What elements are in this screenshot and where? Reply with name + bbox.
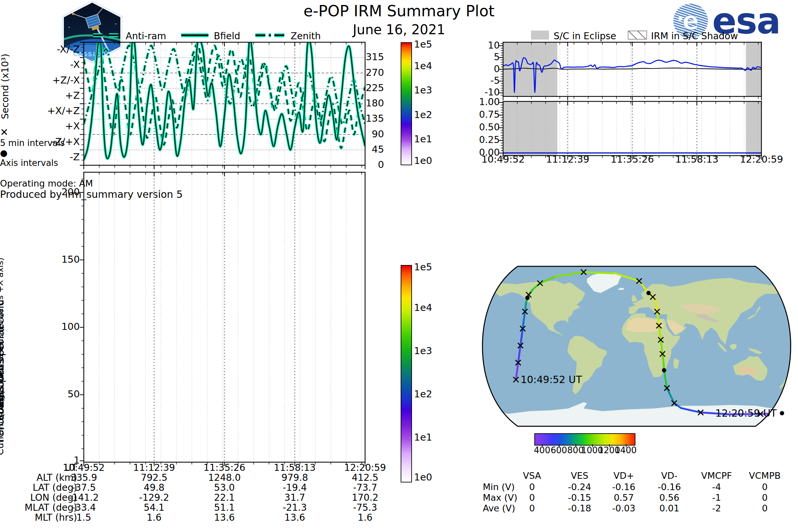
ephemeris-cell: 1.6 [147, 512, 162, 523]
voltage-cell: -0.24 [568, 482, 591, 492]
sc-axis-plot [84, 42, 365, 165]
voltage-cell: 0 [762, 503, 767, 513]
page-title: e-POP IRM Summary Plot [233, 2, 565, 20]
voltage-cell: 0 [529, 503, 535, 513]
ephemeris-cell: 1248.0 [208, 472, 241, 483]
sc-axis-category: -X/-Z [57, 43, 80, 55]
voltage-column-header: VSA [523, 471, 541, 481]
pixel-colorbar-tick: 1e3 [414, 85, 432, 96]
counts-ytick: 1.00 [479, 96, 500, 108]
ephemeris-cell: 979.8 [281, 472, 308, 483]
voltage-cell: 0.01 [659, 503, 679, 513]
angle-axis-tick: 135 [366, 113, 384, 125]
voltage-cell: 0.57 [614, 492, 634, 503]
ephemeris-cell: 1.5 [76, 512, 92, 523]
voltage-cell: -0.15 [568, 492, 591, 503]
tof-colorbar-tick: 1e0 [414, 472, 432, 483]
voltage-cell: -1 [712, 492, 721, 503]
ephemeris-cell: -33.4 [72, 502, 96, 513]
angle-axis-tick: 225 [366, 82, 384, 93]
ephemeris-cell: 10:49:52 [63, 462, 105, 473]
time-xtick: 10:49:52 [481, 154, 525, 165]
altitude-colorbar-label: Altitude (km) [0, 163, 399, 173]
voltage-cell: 0 [529, 482, 535, 492]
current-ytick: -5 [491, 75, 500, 86]
counts-ytick: 0.25 [479, 134, 500, 145]
voltage-cell: -0.03 [612, 503, 635, 513]
ephemeris-cell: 31.7 [284, 492, 305, 503]
anti-ram-legend-swatch [93, 33, 120, 38]
tof-colorbar-tick: 1e3 [414, 345, 432, 357]
legend-bfield: Bfield [214, 31, 241, 41]
voltage-cell: -0.18 [568, 503, 591, 513]
sc-axis-category: -Z [70, 151, 80, 163]
time-xtick: 11:35:26 [610, 154, 654, 165]
angle-axis-tick: 45 [372, 144, 384, 155]
time-xtick: 11:12:39 [546, 154, 589, 165]
angle-axis-tick: 0 [378, 159, 384, 170]
epop-irm-summary-plot: CASSIOPE e-POP IRM Summary Plot June 16,… [0, 0, 798, 532]
ephemeris-cell: -73.7 [353, 482, 377, 493]
ephemeris-cell: 51.1 [214, 502, 235, 513]
voltage-cell: -0.16 [658, 482, 681, 492]
voltage-column-header: VD- [661, 471, 677, 481]
tof-colorbar-tick: 1e5 [414, 261, 432, 273]
angle-axis-tick: 270 [366, 67, 384, 78]
ephemeris-row-label: MLT (hrs) [35, 512, 77, 523]
sc-axis-category: +X/+Z [47, 105, 80, 116]
hit-counter-plot [503, 101, 761, 156]
legend-zenith: Zenith [291, 31, 321, 41]
track-end-label: 12:20:59 UT [715, 407, 777, 419]
voltage-column-header: VCMPB [749, 471, 780, 481]
toa-ytick: 150 [61, 254, 80, 265]
voltage-cell: 0 [762, 482, 767, 492]
ephemeris-cell: 11:12:39 [133, 462, 175, 473]
ephemeris-cell: 49.8 [144, 482, 164, 493]
voltage-cell: 0 [529, 492, 535, 503]
zenith-legend-swatch [255, 33, 286, 38]
legend-anti-ram: Anti-ram [126, 31, 166, 41]
ephemeris-cell: 13.6 [284, 512, 305, 523]
sc-axis-category: +X [65, 121, 80, 132]
toa-ytick: 100 [61, 321, 80, 332]
angle-axis-tick: 315 [366, 52, 384, 63]
pixel-colorbar-tick: 1e2 [414, 109, 432, 120]
ephemeris-cell: 13.6 [214, 512, 235, 523]
pixel-colorbar [401, 42, 412, 165]
legend-eclipse: S/C in Eclipse [554, 31, 616, 41]
altitude-tickmark [575, 444, 576, 447]
counts-ytick: 0.75 [479, 109, 500, 120]
ephemeris-cell: 1.6 [358, 512, 373, 523]
ephemeris-cell: -19.4 [283, 482, 307, 493]
ground-track-map: 10:49:52 UT12:20:59 UT [478, 264, 795, 429]
ephemeris-cell: -21.3 [283, 502, 307, 513]
sc-axis-category: +Z/-X [52, 75, 80, 86]
sc-axis-category: +Z [65, 90, 80, 101]
voltage-cell: -2 [712, 503, 721, 513]
voltage-column-header: VMCPF [701, 471, 732, 481]
pixel-colorbar-tick: 1e1 [414, 133, 432, 145]
pixel-colorbar-tick: 1e0 [414, 155, 432, 166]
ephemeris-cell: -129.2 [139, 492, 169, 503]
voltage-row-label: Min (V) [483, 482, 515, 492]
legend-shadow: IRM in S/C Shadow [651, 31, 738, 41]
sc-axis-category: -X [70, 59, 80, 71]
voltage-cell: -0.16 [612, 482, 635, 492]
voltage-cell: -4 [712, 482, 721, 492]
voltage-row-label: Ave (V) [483, 503, 515, 513]
voltage-cell: 0 [762, 492, 767, 503]
ephemeris-cell: 22.1 [214, 492, 235, 503]
ephemeris-row-label: LAT (deg) [33, 482, 77, 493]
shadow-legend-swatch [628, 31, 647, 40]
altitude-tickmark [626, 444, 626, 447]
angle-axis-tick: 180 [366, 97, 384, 109]
sensor-current-plot [503, 42, 761, 96]
voltage-column-header: VES [571, 471, 589, 481]
bfield-legend-swatch [181, 33, 208, 38]
altitude-tickmark [559, 444, 559, 447]
toa-ytick: 200 [61, 186, 80, 197]
eclipse-legend-swatch [531, 31, 549, 40]
toa-bin-plot [84, 172, 365, 462]
ephemeris-cell: 170.2 [352, 492, 378, 503]
hit-counter-label: Hit Counter [0, 0, 5, 516]
